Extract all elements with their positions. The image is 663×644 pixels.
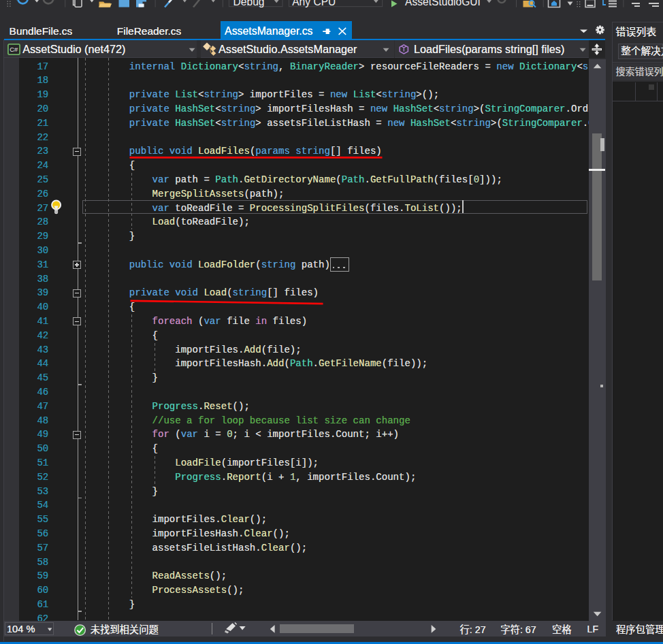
svg-text:AssetStudioGUI: AssetStudioGUI xyxy=(405,0,481,7)
svg-text:C#: C# xyxy=(10,46,18,53)
svg-text:Any CPU: Any CPU xyxy=(292,0,336,7)
svg-text:Debug: Debug xyxy=(233,0,265,7)
